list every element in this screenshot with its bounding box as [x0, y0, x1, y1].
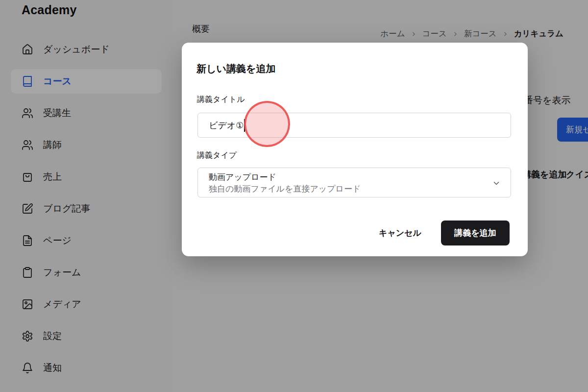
lecture-type-description: 独自の動画ファイルを直接アップロード [209, 183, 487, 195]
lecture-title-input[interactable]: ビデオ① [197, 113, 511, 138]
text-caret [244, 119, 245, 132]
lecture-title-label: 講義タイトル [197, 95, 245, 105]
modal-footer: キャンセル 講義を追加 [379, 220, 510, 245]
lecture-type-select[interactable]: 動画アップロード 独自の動画ファイルを直接アップロード [197, 168, 511, 197]
add-lecture-button[interactable]: 講義を追加 [441, 220, 510, 245]
lecture-type-selected: 動画アップロード [209, 172, 487, 183]
lecture-title-value: ビデオ① [209, 120, 244, 131]
add-lecture-modal: 新しい講義を追加 講義タイトル ビデオ① 講義タイプ 動画アップロード 独自の動… [182, 43, 528, 256]
cancel-button[interactable]: キャンセル [379, 227, 421, 239]
lecture-type-label: 講義タイプ [197, 150, 237, 161]
modal-title: 新しい講義を追加 [196, 62, 275, 75]
chevron-down-icon [492, 179, 501, 188]
